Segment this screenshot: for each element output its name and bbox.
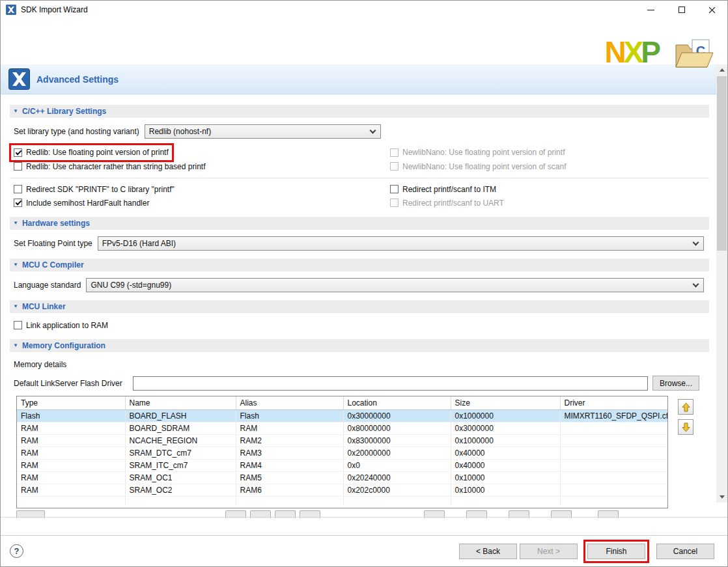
checkbox-redlib-char-printf[interactable]: Redlib: Use character rather than string… xyxy=(14,161,205,173)
flash-driver-input[interactable] xyxy=(133,376,648,391)
checkbox-redirect-itm[interactable]: Redirect printf/scanf to ITM xyxy=(390,184,496,195)
section-title: Memory Configuration xyxy=(22,341,105,350)
column-header-driver[interactable]: Driver xyxy=(560,396,668,410)
section-hardware-settings[interactable]: ▼ Hardware settings xyxy=(10,217,709,230)
checkbox-redlib-fp-printf[interactable]: Redlib: Use floating point version of pr… xyxy=(14,146,169,158)
flash-driver-label: Default LinkServer Flash Driver xyxy=(14,379,122,388)
finish-button[interactable]: Finish xyxy=(587,544,645,559)
column-header-size[interactable]: Size xyxy=(451,396,560,410)
help-button[interactable]: ? xyxy=(10,544,23,558)
close-button[interactable] xyxy=(697,1,727,19)
window-title: SDK Import Wizard xyxy=(21,5,88,14)
section-library-settings[interactable]: ▼ C/C++ Library Settings xyxy=(10,105,709,118)
memory-table-row[interactable]: RAMBOARD_SDRAMRAM0x800000000x3000000 xyxy=(17,422,668,435)
language-standard-row: Language standard GNU C99 (-std=gnu99) xyxy=(14,278,709,292)
vertical-scrollbar[interactable] xyxy=(716,64,727,503)
sdk-import-wizard-window: SDK Import Wizard NXP C Advanced Setting… xyxy=(0,0,728,567)
memory-table-row[interactable]: RAMNCACHE_REGIONRAM20x830000000x1000000 xyxy=(17,435,668,447)
checkbox-box xyxy=(390,199,399,207)
annotation-redlib-fp-printf: Redlib: Use floating point version of pr… xyxy=(9,143,174,162)
mcuxpresso-logo-icon xyxy=(8,68,30,90)
scroll-up-icon xyxy=(720,68,725,72)
logo-strip: NXP C xyxy=(1,19,727,64)
maximize-button[interactable] xyxy=(666,1,697,19)
floating-point-label: Set Floating Point type xyxy=(14,239,92,248)
column-header-name[interactable]: Name xyxy=(125,396,236,410)
c-folder-icon: C xyxy=(674,38,713,70)
checkbox-box xyxy=(390,185,399,193)
column-header-alias[interactable]: Alias xyxy=(236,396,343,410)
floating-point-row: Set Floating Point type FPv5-D16 (Hard A… xyxy=(14,236,709,251)
memory-table: Type Name Alias Location Size Driver Fla… xyxy=(16,396,668,508)
memory-details-label: Memory details xyxy=(14,360,718,369)
chevron-down-icon xyxy=(693,281,699,287)
checkbox-newlibnano-fp-printf[interactable]: NewlibNano: Use floating point version o… xyxy=(390,146,565,158)
checkbox-box xyxy=(390,162,399,171)
column-header-location[interactable]: Location xyxy=(343,396,451,410)
chevron-down-icon xyxy=(693,239,699,245)
checkbox-link-application-to-ram[interactable]: Link application to RAM xyxy=(14,320,108,331)
maximize-icon xyxy=(679,7,685,13)
column-header-type[interactable]: Type xyxy=(17,396,125,410)
checkbox-redirect-uart[interactable]: Redirect printf/scanf to UART xyxy=(390,197,504,209)
checkbox-box xyxy=(14,199,22,207)
language-standard-select[interactable]: GNU C99 (-std=gnu99) xyxy=(86,278,704,292)
scroll-down-button[interactable] xyxy=(716,491,727,503)
memory-table-row[interactable]: RAMSRAM_ITC_cm7RAM40x00x40000 xyxy=(17,460,668,472)
minimize-icon xyxy=(647,10,654,10)
move-down-icon xyxy=(682,422,690,432)
library-type-row: Set library type (and hosting variant) R… xyxy=(14,124,709,139)
window-controls xyxy=(636,1,727,19)
section-title: MCU Linker xyxy=(22,302,66,311)
nxp-logo: NXP xyxy=(604,37,658,67)
footer-bar: ? < Back Next > Finish Cancel xyxy=(1,535,727,566)
section-title: C/C++ Library Settings xyxy=(22,107,106,116)
collapse-arrow-icon: ▼ xyxy=(13,343,18,348)
annotation-finish: Finish xyxy=(583,540,649,563)
floating-point-select[interactable]: FPv5-D16 (Hard ABI) xyxy=(98,236,704,251)
library-type-label: Set library type (and hosting variant) xyxy=(14,127,139,136)
memory-table-row[interactable]: RAMSRAM_DTC_cm7RAM30x200000000x40000 xyxy=(17,447,668,460)
linker-checkbox-row: Link application to RAM xyxy=(14,320,718,332)
scroll-down-icon xyxy=(720,495,725,499)
close-icon xyxy=(708,7,716,14)
checkbox-box xyxy=(14,148,22,157)
cancel-button[interactable]: Cancel xyxy=(656,544,714,559)
scroll-up-button[interactable] xyxy=(716,64,727,76)
move-down-button[interactable] xyxy=(678,419,693,435)
scrollbar-thumb[interactable] xyxy=(717,76,727,251)
library-type-select[interactable]: Redlib (nohost-nf) xyxy=(145,124,381,139)
minimize-button[interactable] xyxy=(636,1,666,19)
checkbox-box xyxy=(14,321,22,329)
collapse-arrow-icon: ▼ xyxy=(13,109,18,114)
flash-driver-row: Default LinkServer Flash Driver Browse..… xyxy=(14,376,699,391)
chevron-down-icon xyxy=(369,128,376,134)
wizard-buttons: < Back Next > Finish Cancel xyxy=(459,540,714,563)
titlebar: SDK Import Wizard xyxy=(1,1,727,19)
memory-table-header: Type Name Alias Location Size Driver xyxy=(17,396,668,410)
language-standard-label: Language standard xyxy=(14,281,81,290)
move-up-button[interactable] xyxy=(678,399,693,415)
app-icon xyxy=(6,5,16,15)
memory-table-row[interactable]: FlashBOARD_FLASHFlash0x300000000x1000000… xyxy=(17,410,668,422)
section-mcu-linker[interactable]: ▼ MCU Linker xyxy=(10,300,709,313)
checkbox-newlibnano-fp-scanf[interactable]: NewlibNano: Use floating point version o… xyxy=(390,161,566,173)
cut-off-button-row xyxy=(16,508,720,518)
checkbox-include-semihost[interactable]: Include semihost HardFault handler xyxy=(14,197,149,209)
checkbox-box xyxy=(14,162,22,171)
help-icon: ? xyxy=(14,546,20,556)
memory-table-row[interactable]: RAMSRAM_OC2RAM60x202c00000x10000 xyxy=(17,484,668,497)
library-checkbox-grid: Redlib: Use floating point version of pr… xyxy=(14,146,718,209)
memory-table-area: Type Name Alias Location Size Driver Fla… xyxy=(16,396,727,508)
collapse-arrow-icon: ▼ xyxy=(13,262,18,268)
back-button[interactable]: < Back xyxy=(459,544,517,559)
section-title: Hardware settings xyxy=(22,219,90,228)
memory-table-empty-space xyxy=(17,497,668,505)
divider xyxy=(1,517,727,518)
memory-table-row[interactable]: RAMSRAM_OC1RAM50x202400000x10000 xyxy=(17,472,668,484)
browse-button[interactable]: Browse... xyxy=(652,376,699,391)
section-mcu-c-compiler[interactable]: ▼ MCU C Compiler xyxy=(10,258,709,271)
section-memory-configuration[interactable]: ▼ Memory Configuration xyxy=(10,339,709,352)
next-button[interactable]: Next > xyxy=(520,544,578,559)
checkbox-redirect-sdk-printf[interactable]: Redirect SDK "PRINTF" to C library "prin… xyxy=(14,184,175,195)
